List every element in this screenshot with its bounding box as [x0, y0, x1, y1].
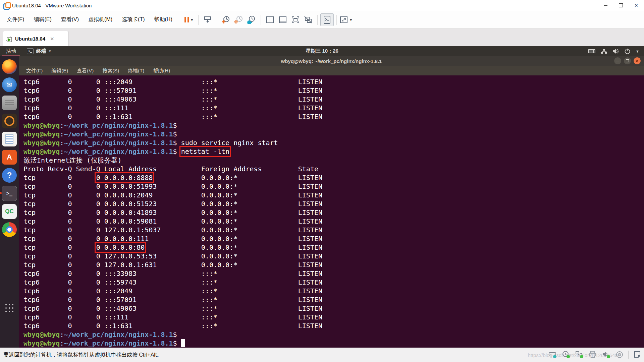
vmware-menu-item[interactable]: 编辑(E) — [29, 14, 56, 25]
terminal-line: tcp6 0 0 :::2049 :::* LISTEN — [23, 287, 644, 295]
menubar: 文件(F)编辑(E)查看(V)虚拟机(M)选项卡(T)帮助(H) ▼ — [0, 11, 644, 28]
window-title: Ubuntu18.04 - VMware Workstation — [12, 3, 92, 8]
revert-snapshot-button[interactable] — [232, 14, 245, 26]
terminal-minimize-button[interactable]: ─ — [614, 57, 621, 64]
keyboard-icon — [588, 49, 596, 54]
terminal-title: wbyq@wbyq: ~/work_pc/nginx/nginx-1.8.1 — [281, 58, 382, 64]
tab-label: Ubuntu18.04 — [15, 36, 45, 42]
volume-icon — [612, 49, 619, 54]
pause-button[interactable]: ▼ — [183, 14, 196, 26]
fullscreen-button[interactable] — [289, 14, 302, 26]
terminal-line: tcp 0 0 0.0.0.0:51523 0.0.0.0:* LISTEN — [23, 199, 644, 208]
sound-icon — [602, 351, 611, 359]
take-snapshot-button[interactable] — [220, 14, 232, 26]
power-icon — [625, 48, 630, 54]
focused-app-menu[interactable]: >_ 终端 ▾ — [27, 48, 51, 54]
terminal-line: tcp6 0 0 :::59743 :::* LISTEN — [23, 278, 644, 287]
terminal-close-button[interactable]: ✕ — [634, 57, 641, 64]
terminal-line: wbyq@wbyq:~/work_pc/nginx/nginx-1.8.1$ s… — [23, 138, 644, 147]
terminal-line: tcp6 0 0 ::1:631 :::* LISTEN — [23, 321, 644, 330]
unity-mode-icon — [304, 16, 313, 24]
activities-button[interactable]: 活动 — [0, 46, 22, 56]
chevron-down-icon[interactable]: ▼ — [190, 18, 194, 22]
writer-icon[interactable] — [2, 132, 17, 146]
terminal-line: tcp6 0 0 :::33983 :::* LISTEN — [23, 269, 644, 278]
console-view-button[interactable] — [320, 13, 334, 26]
terminal-menu-item[interactable]: 帮助(H) — [153, 68, 170, 74]
firefox-icon[interactable] — [2, 59, 17, 74]
minimize-button[interactable] — [598, 0, 613, 11]
terminal-line: tcp 0 0 0.0.0.0:111 0.0.0.0:* LISTEN — [23, 234, 644, 243]
divider — [628, 351, 629, 359]
stretch-guest-button[interactable]: ▼ — [339, 14, 353, 26]
cd-rom-icon — [562, 351, 571, 359]
vmware-logo-icon — [3, 2, 9, 8]
network-adapter-icon — [575, 351, 584, 359]
close-button[interactable]: ✕ — [629, 0, 644, 11]
terminal-menu-item[interactable]: 终端(T) — [128, 68, 144, 74]
annotation-red-box: netstat -ltn — [181, 147, 230, 156]
tab-close-icon[interactable]: ✕ — [50, 36, 54, 42]
terminal-titlebar[interactable]: wbyq@wbyq: ~/work_pc/nginx/nginx-1.8.1 ─… — [19, 56, 644, 66]
snapshot-clock-icon — [221, 15, 231, 24]
terminal-content[interactable]: tcp6 0 0 :::2049 :::* LISTENtcp6 0 0 :::… — [19, 75, 644, 348]
vmware-menu-item[interactable]: 选项卡(T) — [117, 14, 149, 25]
vmware-workstation-window: Ubuntu18.04 - VMware Workstation ✕ 文件(F)… — [0, 0, 644, 362]
software-icon[interactable]: A — [2, 150, 17, 165]
ctrl-alt-del-icon — [203, 16, 212, 24]
terminal-menu-item[interactable]: 搜索(S) — [102, 68, 119, 74]
terminal-line: tcp6 0 0 :::111 :::* LISTEN — [23, 104, 644, 112]
terminal-menu-item[interactable]: 编辑(E) — [51, 68, 68, 74]
manage-snapshots-button[interactable] — [245, 14, 258, 26]
rhythmbox-icon[interactable] — [2, 114, 17, 128]
annotation-red-box: 0 0.0.0.0:80 — [96, 243, 145, 251]
terminal-line: tcp 0 0 0.0.0.0:2049 0.0.0.0:* LISTEN — [23, 191, 644, 199]
help-icon[interactable]: ? — [2, 168, 17, 183]
stretch-icon — [339, 16, 348, 24]
message-log-icon — [633, 351, 641, 359]
terminal-maximize-button[interactable] — [624, 57, 631, 64]
terminal-menu-item[interactable]: 文件(F) — [26, 68, 43, 74]
filecabinet-icon[interactable] — [2, 96, 17, 110]
thunderbird-icon[interactable]: ✉ — [2, 77, 17, 92]
terminal-line: tcp 0 0 127.0.0.1:5037 0.0.0.0:* LISTEN — [23, 226, 644, 234]
terminal-line: tcp 0 0 127.0.0.1:631 0.0.0.0:* LISTEN — [23, 260, 644, 269]
show-apps-icon[interactable] — [2, 301, 17, 315]
titlebar: Ubuntu18.04 - VMware Workstation ✕ — [0, 0, 644, 11]
terminal-window: wbyq@wbyq: ~/work_pc/nginx/nginx-1.8.1 ─… — [19, 56, 644, 348]
terminal-line: wbyq@wbyq:~/work_pc/nginx/nginx-1.8.1$ n… — [23, 147, 644, 156]
terminal-cursor — [181, 339, 185, 347]
manage-snapshots-icon — [247, 15, 257, 24]
usb-controller-icon — [615, 351, 624, 359]
chevron-down-icon[interactable]: ▼ — [349, 18, 353, 22]
terminal-line: 激活Internet连接 (仅服务器) — [23, 156, 644, 165]
annotation-red-box: 0 0.0.0.0:8888 — [96, 174, 153, 182]
vmware-menu-item[interactable]: 虚拟机(M) — [84, 14, 117, 25]
status-message: 要返回到您的计算机，请将鼠标指针从虚拟机中移出或按 Ctrl+Alt。 — [3, 352, 162, 359]
thumbnail-bar-icon — [278, 16, 287, 24]
terminal-menu-item[interactable]: 查看(V) — [77, 68, 94, 74]
terminal-line: tcp6 0 0 :::57091 :::* LISTEN — [23, 86, 644, 95]
qc-icon[interactable]: QC — [2, 204, 17, 219]
maximize-button[interactable] — [613, 0, 629, 11]
printer-icon — [589, 351, 597, 359]
tab-ubuntu18-04[interactable]: Ubuntu18.04 ✕ — [3, 31, 68, 46]
terminal-line: tcp6 0 0 :::111 :::* LISTEN — [23, 313, 644, 321]
terminal-icon[interactable]: >_ — [2, 186, 17, 201]
ctrl-alt-del-button[interactable] — [201, 14, 214, 26]
chrome-icon[interactable] — [2, 222, 17, 237]
system-tray[interactable]: ▼ — [588, 48, 644, 54]
device-status-icons[interactable] — [548, 351, 641, 359]
terminal-line: tcp6 0 0 :::49063 :::* LISTEN — [23, 95, 644, 104]
fullscreen-icon — [291, 16, 300, 24]
show-thumbnail-bar-button[interactable] — [276, 14, 289, 26]
vmware-menu-item[interactable]: 帮助(H) — [150, 14, 177, 25]
vmware-menu-item[interactable]: 文件(F) — [2, 14, 29, 25]
show-library-button[interactable] — [264, 14, 276, 26]
tab-bar: Ubuntu18.04 ✕ — [0, 28, 644, 46]
clock[interactable]: 星期三 10：26 — [306, 48, 338, 54]
status-bar: 要返回到您的计算机，请将鼠标指针从虚拟机中移出或按 Ctrl+Alt。 http… — [0, 348, 644, 362]
unity-mode-button[interactable] — [302, 14, 315, 26]
vmware-menu-item[interactable]: 查看(V) — [56, 14, 84, 25]
terminal-line: tcp6 0 0 ::1:631 :::* LISTEN — [23, 112, 644, 121]
